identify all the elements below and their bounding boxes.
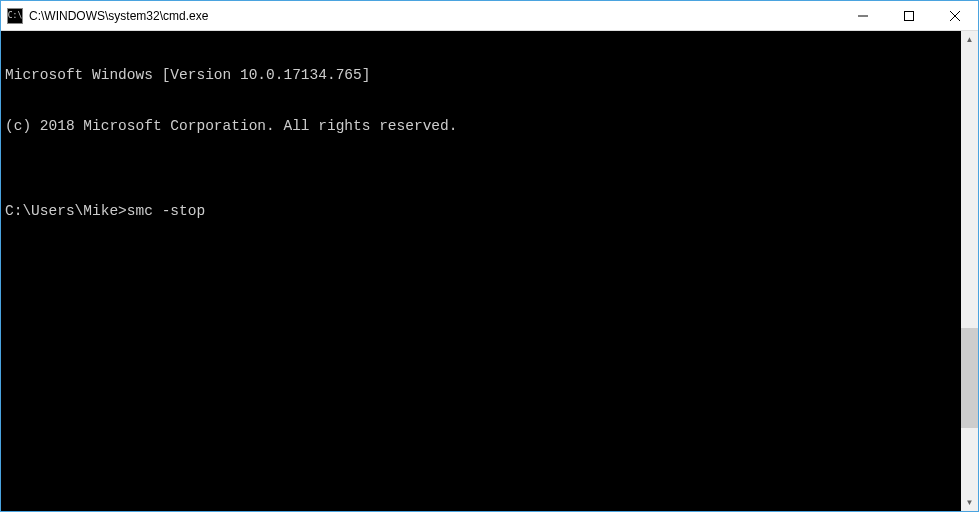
cmd-icon: C:\ xyxy=(7,8,23,24)
scroll-up-button[interactable]: ▲ xyxy=(961,31,978,48)
minimize-button[interactable] xyxy=(840,1,886,30)
terminal-command: smc -stop xyxy=(127,203,205,219)
window-title: C:\WINDOWS\system32\cmd.exe xyxy=(29,9,840,23)
scroll-down-button[interactable]: ▼ xyxy=(961,494,978,511)
maximize-button[interactable] xyxy=(886,1,932,30)
scroll-track[interactable] xyxy=(961,48,978,494)
terminal-prompt-line: C:\Users\Mike>smc -stop xyxy=(5,203,961,220)
chevron-up-icon: ▲ xyxy=(966,35,974,44)
scrollbar[interactable]: ▲ ▼ xyxy=(961,31,978,511)
terminal[interactable]: Microsoft Windows [Version 10.0.17134.76… xyxy=(1,31,961,511)
window-controls xyxy=(840,1,978,30)
terminal-line: (c) 2018 Microsoft Corporation. All righ… xyxy=(5,118,961,135)
client-area: Microsoft Windows [Version 10.0.17134.76… xyxy=(1,31,978,511)
chevron-down-icon: ▼ xyxy=(966,498,974,507)
svg-line-2 xyxy=(950,11,960,21)
terminal-line: Microsoft Windows [Version 10.0.17134.76… xyxy=(5,67,961,84)
close-button[interactable] xyxy=(932,1,978,30)
scroll-thumb[interactable] xyxy=(961,328,978,428)
terminal-prompt: C:\Users\Mike> xyxy=(5,203,127,219)
titlebar[interactable]: C:\ C:\WINDOWS\system32\cmd.exe xyxy=(1,1,978,31)
svg-rect-1 xyxy=(905,11,914,20)
svg-line-3 xyxy=(950,11,960,21)
cmd-window: C:\ C:\WINDOWS\system32\cmd.exe Microsof… xyxy=(0,0,979,512)
